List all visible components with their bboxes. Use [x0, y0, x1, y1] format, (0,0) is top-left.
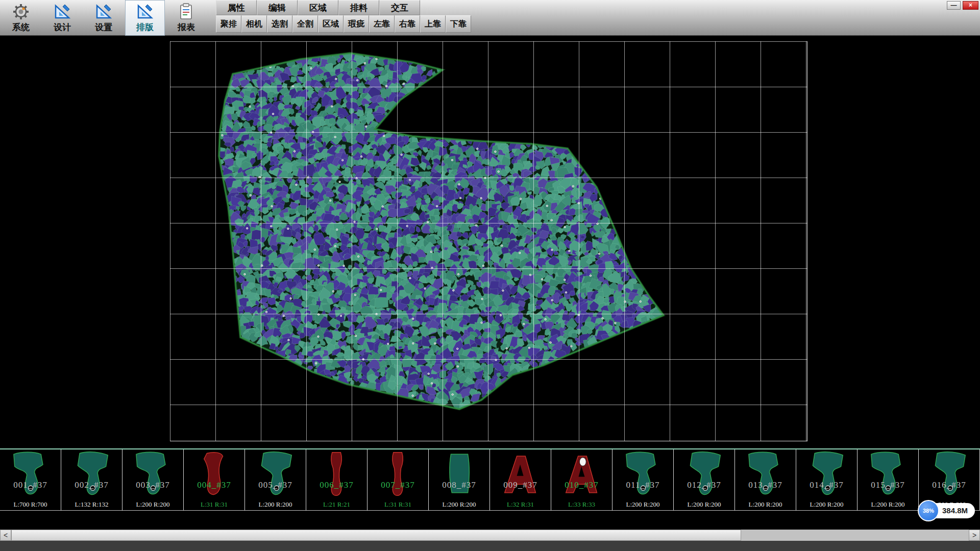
piece-thumbnail-shape	[189, 450, 239, 497]
tool-button-7[interactable]: 左靠	[369, 15, 395, 33]
scroll-track[interactable]	[11, 530, 969, 541]
piece-cell-5[interactable]: 005_#37L:200 R:200	[245, 449, 306, 510]
piece-cell-13[interactable]: 013_#37L:200 R:200	[735, 449, 796, 510]
tool-button-5[interactable]: 区域	[318, 15, 344, 33]
piece-thumbnail-shape	[373, 450, 423, 497]
tool-button-1[interactable]: 聚排	[216, 15, 241, 33]
piece-thumbnail-shape	[863, 450, 913, 497]
piece-cell-15[interactable]: 015_#37L:200 R:200	[857, 449, 919, 510]
piece-lr-count: L:200 R:200	[735, 500, 796, 509]
piece-thumbnail-shape	[679, 450, 729, 497]
piece-thumbnail-shape	[924, 450, 974, 497]
piece-thumbnail-shape	[128, 450, 178, 497]
piece-cell-10[interactable]: 010_#37L:33 R:33	[551, 449, 612, 510]
piece-lr-count: L:700 R:700	[0, 500, 61, 509]
tool-button-8[interactable]: 右靠	[395, 15, 420, 33]
scroll-right-arrow[interactable]: >	[969, 530, 980, 541]
app-buttons: 系统设计设置排版报表	[0, 0, 208, 35]
application-window: 系统设计设置排版报表 属性编辑区域排料交互 聚排相机选割全割区域瑕疵左靠右靠上靠…	[0, 0, 980, 551]
piece-thumbnail-shape	[312, 450, 362, 497]
menu-tabs: 属性编辑区域排料交互	[216, 0, 471, 15]
piece-cell-9[interactable]: 009_#37L:32 R:31	[490, 449, 551, 510]
piece-lr-count: L:200 R:200	[612, 500, 673, 509]
piece-thumbnail-shape	[6, 450, 56, 497]
piece-lr-count: L:200 R:200	[122, 500, 183, 509]
piece-cell-2[interactable]: 002_#37L:132 R:132	[61, 449, 122, 510]
tool-button-6[interactable]: 瑕疵	[344, 15, 369, 33]
app-button-label: 设置	[95, 21, 112, 33]
tool-button-4[interactable]: 全割	[292, 15, 318, 33]
canvas-area[interactable]	[0, 36, 980, 448]
piece-lr-count: L:200 R:200	[796, 500, 857, 509]
report-icon	[177, 3, 195, 21]
piece-lr-count: L:21 R:21	[306, 500, 367, 509]
piece-cell-1[interactable]: 001_#37L:700 R:700	[0, 449, 61, 510]
minimize-button[interactable]: —	[947, 1, 961, 10]
piece-cell-7[interactable]: 007_#37L:31 R:31	[368, 449, 429, 510]
menu-tab-2[interactable]: 编辑	[257, 0, 298, 15]
piece-lr-count: L:200 R:200	[245, 500, 306, 509]
piece-cell-6[interactable]: 006_#37L:21 R:21	[306, 449, 368, 510]
piece-lr-count: L:200 R:200	[429, 500, 489, 509]
piece-thumbnail-shape	[618, 450, 668, 497]
piece-thumbnail-shape	[251, 450, 301, 497]
app-button-1[interactable]: 系统	[1, 0, 41, 36]
piece-thumbnail-shape	[434, 450, 484, 497]
tool-button-10[interactable]: 下靠	[446, 15, 471, 33]
set-square-icon	[136, 3, 154, 21]
app-button-3[interactable]: 设置	[84, 0, 124, 36]
window-controls: — ×	[947, 1, 978, 10]
app-button-label: 排版	[136, 21, 154, 33]
memory-value: 384.8M	[942, 506, 968, 515]
piece-lr-count: L:32 R:31	[490, 500, 551, 509]
progress-circle: 38%	[918, 500, 939, 521]
scroll-thumb[interactable]	[11, 530, 741, 541]
piece-cell-4[interactable]: 004_#37L:31 R:31	[184, 449, 245, 510]
bottom-band	[0, 541, 980, 551]
piece-lr-count: L:200 R:200	[857, 500, 918, 509]
menu-area: 属性编辑区域排料交互 聚排相机选割全割区域瑕疵左靠右靠上靠下靠	[216, 0, 471, 35]
menu-tab-5[interactable]: 交互	[379, 0, 420, 15]
progress-percent: 38%	[923, 508, 934, 514]
pieces-strip: 001_#37L:700 R:700002_#37L:132 R:132003_…	[0, 448, 980, 511]
piece-thumbnail-shape	[802, 450, 852, 497]
app-button-label: 报表	[178, 21, 195, 33]
app-button-4[interactable]: 排版	[125, 0, 165, 36]
close-button[interactable]: ×	[963, 1, 978, 10]
app-button-2[interactable]: 设计	[42, 0, 82, 36]
piece-lr-count: L:132 R:132	[61, 500, 122, 509]
menu-tab-3[interactable]: 区域	[298, 0, 338, 15]
menu-tab-1[interactable]: 属性	[216, 0, 257, 15]
piece-lr-count: L:31 R:31	[184, 500, 244, 509]
piece-cell-11[interactable]: 011_#37L:200 R:200	[612, 449, 674, 510]
set-square-icon	[53, 3, 71, 21]
menu-tab-4[interactable]: 排料	[338, 0, 379, 15]
scroll-left-arrow[interactable]: <	[0, 530, 11, 541]
tool-button-9[interactable]: 上靠	[420, 15, 446, 33]
piece-cell-14[interactable]: 014_#37L:200 R:200	[796, 449, 857, 510]
piece-lr-count: L:33 R:33	[551, 500, 612, 509]
piece-lr-count: L:31 R:31	[368, 500, 428, 509]
piece-thumbnail-shape	[67, 450, 117, 497]
piece-lr-count: L:200 R:200	[674, 500, 734, 509]
piece-cell-8[interactable]: 008_#37L:200 R:200	[429, 449, 490, 510]
app-button-label: 系统	[12, 21, 30, 33]
piece-thumbnail-shape	[741, 450, 791, 497]
tool-button-2[interactable]: 相机	[241, 15, 267, 33]
piece-thumbnail-shape	[496, 450, 546, 497]
gear-icon	[12, 3, 30, 21]
piece-thumbnail-shape	[557, 450, 607, 497]
h-scrollbar[interactable]: < >	[0, 530, 980, 541]
piece-cell-12[interactable]: 012_#37L:200 R:200	[674, 449, 735, 510]
memory-badge: 38% 384.8M	[918, 500, 975, 521]
nesting-canvas[interactable]	[0, 36, 980, 448]
piece-cell-3[interactable]: 003_#37L:200 R:200	[122, 449, 184, 510]
app-button-label: 设计	[54, 21, 71, 33]
tool-button-3[interactable]: 选割	[267, 15, 292, 33]
tool-buttons-row: 聚排相机选割全割区域瑕疵左靠右靠上靠下靠	[216, 15, 471, 33]
app-button-5[interactable]: 报表	[166, 0, 206, 36]
set-square-icon	[94, 3, 113, 21]
toolbar: 系统设计设置排版报表 属性编辑区域排料交互 聚排相机选割全割区域瑕疵左靠右靠上靠…	[0, 0, 980, 36]
